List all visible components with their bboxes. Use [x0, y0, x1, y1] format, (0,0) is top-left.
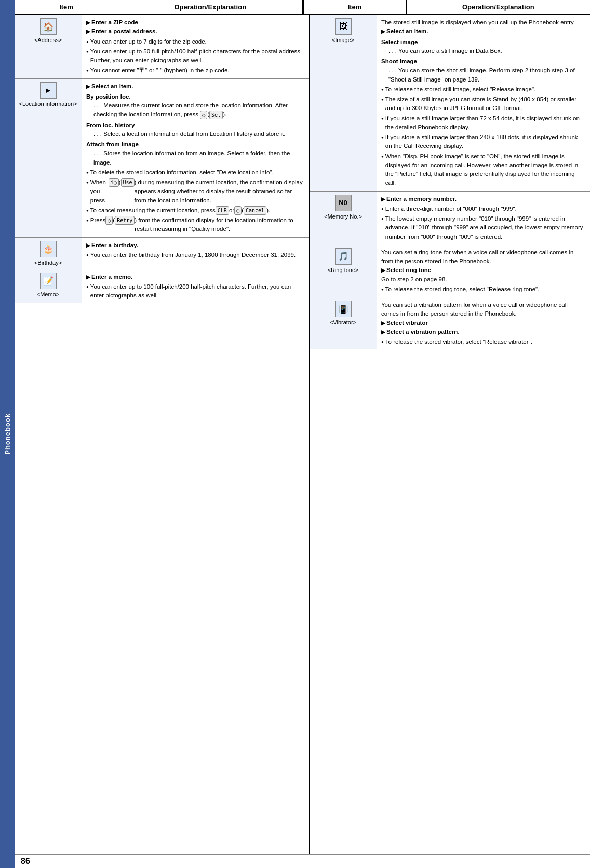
op-cell-location: Select an item. By position loc. . . . M…: [82, 79, 309, 237]
op-arrow-2: Enter a postal address.: [86, 27, 304, 36]
op-image-intro: The stored still image is displayed when…: [381, 18, 586, 27]
memory-icon: N0: [335, 195, 352, 211]
op-select-pattern: Select a vibration pattern.: [381, 328, 586, 336]
op-birthday-range: You can enter the birthday from January …: [86, 251, 304, 260]
op-position-desc: . . . Measures the current location and …: [86, 101, 304, 119]
op-press-retry: Press ○( Retry ) from the confirmation d…: [86, 216, 304, 234]
table-row: 🎵 <Ring tone> You can set a ring tone fo…: [310, 245, 590, 297]
table-row: N0 <Memory No.> Enter a memory number. E…: [310, 192, 590, 245]
image-icon: 🖼: [335, 18, 352, 35]
item-cell-address: 🏠 <Address>: [15, 15, 82, 78]
op-loc-desc: . . . Select a location information deta…: [86, 130, 304, 139]
circle-key: ○: [200, 111, 207, 119]
op-cell-memory: Enter a memory number. Enter a three-dig…: [377, 192, 590, 245]
page-wrapper: Phonebook Item Operation/Explanation Ite…: [0, 0, 590, 868]
op-select-vibrator: Select vibrator: [381, 319, 586, 328]
table-row: 🎂 <Birthday> Enter a birthday. You can e…: [15, 238, 309, 269]
op-three-digit: Enter a three-digit number of "000" thro…: [381, 205, 586, 213]
table-body: 🏠 <Address> Enter a ZIP code Enter a pos…: [15, 15, 590, 854]
footer-row: 86: [15, 854, 590, 868]
op-lowest-empty: The lowest empty memory number "010" thr…: [381, 214, 586, 241]
op-cancel-meas: To cancel measuring the current location…: [86, 206, 304, 215]
op-arrow-1: Enter a ZIP code: [86, 18, 304, 27]
op-image-240x180: If you store a still image larger than 2…: [381, 133, 586, 151]
item-cell-birthday: 🎂 <Birthday>: [15, 238, 82, 269]
op-enter-memory: Enter a memory number.: [381, 195, 586, 204]
header-op-left: Operation/Explanation: [118, 0, 303, 14]
memo-icon: 📝: [40, 273, 57, 289]
memory-label: <Memory No.>: [313, 213, 373, 220]
header-item-left: Item: [15, 0, 118, 14]
item-cell-ringtone: 🎵 <Ring tone>: [310, 245, 377, 297]
memo-label: <Memo>: [18, 291, 78, 297]
op-attach-desc: . . . Stores the location information fr…: [86, 149, 304, 167]
op-release-image: To release the stored still image, selec…: [381, 85, 586, 94]
op-shoot-image: Shoot image: [381, 57, 586, 66]
circle-key2: ○: [234, 206, 242, 215]
op-release-vibrator: To release the stored vibrator, select "…: [381, 337, 586, 346]
location-icon: ▶: [40, 82, 57, 99]
location-label: <Location information>: [18, 101, 78, 107]
op-delete-loc: To delete the stored location informatio…: [86, 168, 304, 177]
op-vibrator-intro: You can set a vibration pattern for when…: [381, 301, 586, 319]
op-press-use: When you press i○( Use ) during measurin…: [86, 178, 304, 205]
op-select-item-img: Select an item.: [381, 27, 586, 36]
table-row: 📝 <Memo> Enter a memo. You can enter up …: [15, 269, 309, 304]
set-key: Set: [209, 111, 223, 119]
op-select-image-desc: . . . You can store a still image in Dat…: [381, 47, 586, 56]
vibrator-label: <Vibrator>: [313, 319, 373, 326]
item-cell-location: ▶ <Location information>: [15, 79, 82, 237]
item-cell-vibrator: 📳 <Vibrator>: [310, 297, 377, 349]
op-bullet-2: You can enter up to 50 full-pitch/100 ha…: [86, 47, 304, 65]
op-cell-address: Enter a ZIP code Enter a postal address.…: [82, 15, 309, 78]
image-label: <Image>: [313, 37, 373, 43]
op-select-ring: Select ring tone: [381, 266, 586, 275]
content-area: Item Operation/Explanation Item Operatio…: [15, 0, 590, 868]
item-cell-memory: N0 <Memory No.>: [310, 192, 377, 245]
op-by-position: By position loc.: [86, 92, 304, 101]
op-ring-page: Go to step 2 on page 98.: [381, 275, 586, 284]
op-shoot-image-desc: . . . You can store the shot still image…: [381, 66, 586, 84]
address-icon: 🏠: [40, 18, 57, 35]
sidebar-label: Phonebook: [4, 413, 11, 455]
right-column: 🖼 <Image> The stored still image is disp…: [310, 15, 590, 854]
op-image-size: The size of a still image you can store …: [381, 95, 586, 113]
op-image-72x54: If you store a still image larger than 7…: [381, 114, 586, 132]
main-layout: Phonebook Item Operation/Explanation Ite…: [0, 0, 590, 868]
item-cell-image: 🖼 <Image>: [310, 15, 377, 191]
op-bullet-1: You can enter up to 7 digits for the zip…: [86, 37, 304, 46]
ringtone-icon: 🎵: [335, 248, 352, 265]
clr-key: CLR: [216, 206, 229, 215]
vibrator-icon: 📳: [335, 301, 352, 317]
op-ringtone-intro: You can set a ring tone for when a voice…: [381, 248, 586, 266]
op-attach-img: Attach from image: [86, 140, 304, 149]
birthday-label: <Birthday>: [18, 260, 78, 266]
table-row: 📳 <Vibrator> You can set a vibration pat…: [310, 297, 590, 349]
op-cell-vibrator: You can set a vibration pattern for when…: [377, 297, 590, 349]
op-select-image: Select image: [381, 38, 586, 47]
table-row: 🖼 <Image> The stored still image is disp…: [310, 15, 590, 192]
table-row: ▶ <Location information> Select an item.…: [15, 79, 309, 238]
op-select-item: Select an item.: [86, 82, 304, 91]
op-from-loc: From loc. history: [86, 121, 304, 130]
item-cell-memo: 📝 <Memo>: [15, 269, 82, 304]
left-column: 🏠 <Address> Enter a ZIP code Enter a pos…: [15, 15, 310, 854]
i-key: i○: [109, 178, 119, 187]
op-cell-image: The stored still image is displayed when…: [377, 15, 590, 191]
header-row: Item Operation/Explanation Item Operatio…: [15, 0, 590, 15]
op-release-ring: To release the stored ring tone, select …: [381, 285, 586, 294]
page-number: 86: [21, 857, 30, 866]
op-enter-memo: Enter a memo.: [86, 273, 304, 281]
use-key: Use: [121, 178, 135, 187]
circle-key3: ○: [105, 216, 113, 225]
op-cell-ringtone: You can set a ring tone for when a voice…: [377, 245, 590, 297]
sidebar: Phonebook: [0, 0, 15, 868]
birthday-icon: 🎂: [40, 241, 57, 257]
address-label: <Address>: [18, 37, 78, 43]
op-memo-chars: You can enter up to 100 full-pitch/200 h…: [86, 282, 304, 301]
op-enter-birthday: Enter a birthday.: [86, 241, 304, 250]
op-image-disp: When "Disp. PH-book image" is set to "ON…: [381, 152, 586, 188]
op-cell-birthday: Enter a birthday. You can enter the birt…: [82, 238, 309, 269]
retry-key: Retry: [115, 216, 135, 225]
header-op-right: Operation/Explanation: [407, 0, 591, 14]
